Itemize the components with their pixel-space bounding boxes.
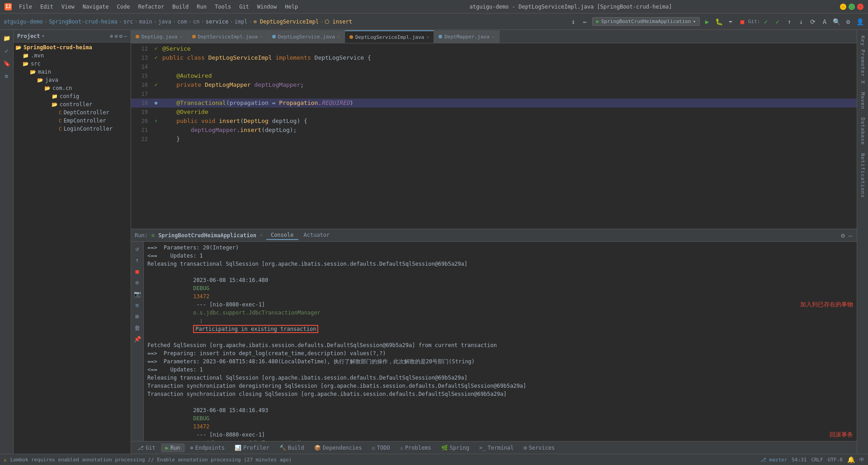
tab-deptlogservice[interactable]: DeptLogService.java × <box>268 30 345 43</box>
breadcrumb-project[interactable]: atguigu-demo <box>4 19 43 25</box>
code-editor[interactable]: 12 ✓ @Service 13 ✓ public class DeptLogS… <box>131 43 857 229</box>
tab-deptlogserviceimpl[interactable]: DeptLogServiceImpl.java × <box>345 30 434 43</box>
menu-edit[interactable]: Edit <box>37 3 57 11</box>
tab-close-deptlogservice[interactable]: × <box>337 34 340 39</box>
bottom-tab-problems[interactable]: ⚠ Problems <box>396 443 436 452</box>
tree-item-main[interactable]: 📂 main <box>14 68 131 76</box>
back-icon[interactable]: ← <box>580 17 590 26</box>
settings-run-icon[interactable]: ⚙ <box>840 231 845 240</box>
bottom-tab-build[interactable]: 🔨 Build <box>275 443 309 452</box>
menu-file[interactable]: File <box>15 3 36 11</box>
tab-close-deptmapper[interactable]: × <box>492 34 495 39</box>
tree-item-src[interactable]: 📂 src <box>14 60 131 68</box>
tab-deptserviceimpl[interactable]: DeptServiceImpl.java × <box>188 30 268 43</box>
right-label-notifications[interactable]: Notifications <box>859 150 867 202</box>
menu-bar[interactable]: File Edit View Navigate Code Refactor Bu… <box>15 3 302 11</box>
pause-icon[interactable]: ⊘ <box>132 277 142 287</box>
camera-icon[interactable]: 📷 <box>132 289 142 299</box>
project-icon[interactable]: 📁 <box>1 32 13 44</box>
breadcrumb-method[interactable]: ⬡ insert <box>325 19 352 25</box>
breadcrumb-module[interactable]: SpringBoot-crud-heima <box>49 19 118 25</box>
clear-icon[interactable]: 🗑 <box>132 323 142 333</box>
right-label-maven[interactable]: Maven <box>859 89 867 113</box>
scroll-up-icon[interactable]: ↑ <box>132 255 142 265</box>
git-history[interactable]: ⟳ <box>808 17 817 26</box>
close-panel-icon[interactable]: — <box>124 33 127 39</box>
tree-item-empcontroller[interactable]: C EmpController <box>14 117 131 125</box>
tree-item-root[interactable]: 📂 SpringBoot-crud-heima <box>14 43 131 52</box>
settings-icon[interactable]: ⚙ <box>844 17 853 26</box>
tab-close-deptlog[interactable]: × <box>179 34 182 39</box>
maximize-button[interactable]: □ <box>849 4 855 10</box>
run-close[interactable]: × <box>260 233 263 238</box>
console-output[interactable]: ==> Parameters: 20(Integer) <== Updates:… <box>144 242 857 441</box>
breadcrumb-java[interactable]: java <box>158 19 171 25</box>
breadcrumb-com[interactable]: com <box>177 19 187 25</box>
bottom-tab-terminal[interactable]: >_ Terminal <box>475 443 518 452</box>
tab-close-deptservice[interactable]: × <box>260 34 263 39</box>
breadcrumb-src[interactable]: src <box>123 19 133 25</box>
tree-item-java[interactable]: 📂 java <box>14 76 131 84</box>
breadcrumb-class[interactable]: ⊙ DeptLogServiceImpl <box>254 19 319 25</box>
menu-refactor[interactable]: Refactor <box>134 3 168 11</box>
locate-icon[interactable]: ⊕ <box>110 33 113 39</box>
bottom-tab-run[interactable]: ▶ Run <box>161 443 185 452</box>
tab-close-deptlogserviceimpl[interactable]: × <box>426 35 429 40</box>
tab-deptlog[interactable]: DeptLog.java × <box>131 30 188 43</box>
tree-item-mvn[interactable]: 📁 .mvn <box>14 52 131 60</box>
user-icon[interactable]: 👤 <box>855 17 864 26</box>
git-checkmark1[interactable]: ✓ <box>761 17 770 26</box>
breadcrumb-service[interactable]: service <box>206 19 229 25</box>
run-tab-console[interactable]: Console <box>266 231 298 240</box>
bottom-tab-git[interactable]: ⎇ Git <box>133 443 160 452</box>
git-push[interactable]: ↑ <box>785 17 794 26</box>
run-button[interactable]: ▶ <box>703 17 712 26</box>
vcs-icon[interactable]: ↕ <box>569 17 578 26</box>
collapse-run-icon[interactable]: — <box>848 231 853 240</box>
tree-item-comcn[interactable]: 📂 com.cn <box>14 84 131 92</box>
bottom-tab-services[interactable]: ⚙ Services <box>519 443 559 452</box>
tree-item-logincontroller[interactable]: C LoginController <box>14 125 131 133</box>
bottom-tab-dependencies[interactable]: 📦 Dependencies <box>310 443 367 452</box>
right-label-keypromoter[interactable]: Key Promoter X <box>859 32 867 88</box>
stop-button[interactable]: ■ <box>738 17 747 26</box>
bottom-tab-todo[interactable]: ☑ TODO <box>368 443 395 452</box>
minimize-button[interactable]: — <box>840 4 846 10</box>
filter-icon[interactable]: ≡ <box>132 300 142 310</box>
structure-icon[interactable]: ≡ <box>1 70 13 82</box>
coverage-button[interactable]: ☂ <box>726 17 735 26</box>
run-tab-actuator[interactable]: Actuator <box>299 231 335 240</box>
tab-deptmapper[interactable]: DeptMapper.java × <box>434 30 499 43</box>
commit-icon[interactable]: ✓ <box>1 45 13 56</box>
pin-icon[interactable]: 📌 <box>132 334 142 344</box>
breadcrumb-main[interactable]: main <box>139 19 152 25</box>
bottom-tab-endpoints[interactable]: ⊕ Endpoints <box>186 443 229 452</box>
bottom-tab-profiler[interactable]: 📊 Profiler <box>230 443 274 452</box>
menu-git[interactable]: Git <box>236 3 253 11</box>
tree-item-deptcontroller[interactable]: C DeptController <box>14 108 131 117</box>
settings-panel-icon[interactable]: ⚙ <box>119 33 123 39</box>
menu-build[interactable]: Build <box>169 3 192 11</box>
close-button[interactable]: × <box>857 4 863 10</box>
debug-button[interactable]: 🐛 <box>714 17 723 26</box>
translate-icon[interactable]: A <box>820 17 829 26</box>
menu-run[interactable]: Run <box>193 3 210 11</box>
menu-code[interactable]: Code <box>113 3 134 11</box>
bottom-tab-spring[interactable]: 🌿 Spring <box>437 443 474 452</box>
right-label-database[interactable]: Database <box>859 114 867 149</box>
search-icon[interactable]: 🔍 <box>832 17 841 26</box>
stop-run-icon[interactable]: ■ <box>132 266 142 276</box>
git-checkmark2[interactable]: ✓ <box>773 17 782 26</box>
menu-help[interactable]: Help <box>281 3 302 11</box>
tree-item-controller[interactable]: 📂 controller <box>14 100 131 108</box>
git-pull[interactable]: ↓ <box>797 17 806 26</box>
menu-tools[interactable]: Tools <box>211 3 235 11</box>
run-configuration[interactable]: ▶ SpringBootCrudHeimaApplication ▾ <box>592 17 700 26</box>
layout-icon[interactable]: ⊞ <box>132 311 142 321</box>
menu-view[interactable]: View <box>58 3 78 11</box>
menu-navigate[interactable]: Navigate <box>79 3 113 11</box>
window-controls[interactable]: — □ × <box>840 4 863 10</box>
rerun-icon[interactable]: ↺ <box>132 244 142 254</box>
status-git-branch[interactable]: ⎇ master <box>760 457 787 463</box>
menu-window[interactable]: Window <box>254 3 280 11</box>
